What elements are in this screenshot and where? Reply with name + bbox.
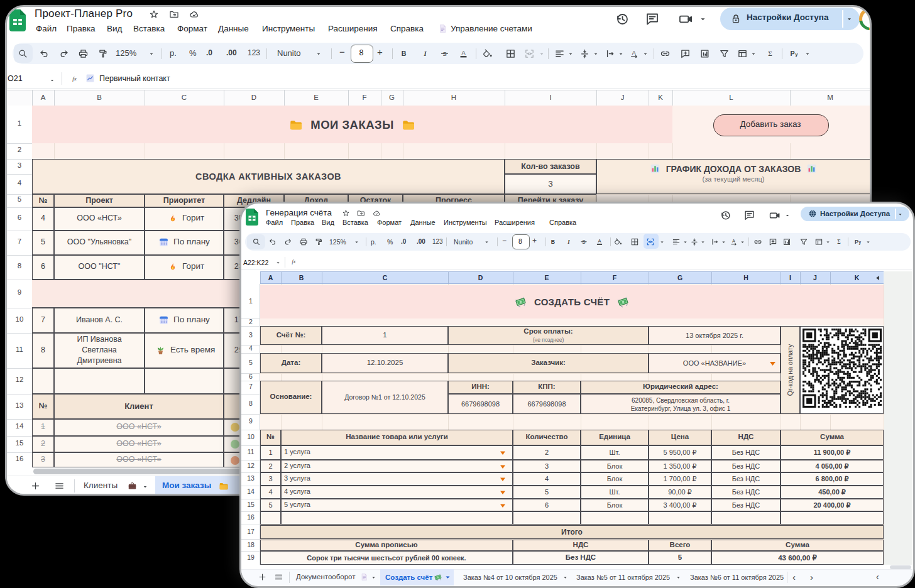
svg-text:S: S — [582, 239, 586, 245]
svg-text:P: P — [855, 239, 858, 245]
svg-text:I: I — [567, 239, 570, 245]
svg-text:Σ: Σ — [837, 239, 840, 245]
svg-text:I: I — [423, 50, 427, 57]
svg-text:B: B — [551, 239, 555, 245]
svg-text:A: A — [632, 50, 636, 56]
svg-text:fx: fx — [292, 259, 296, 264]
svg-text:A: A — [732, 238, 735, 244]
svg-text:Σ: Σ — [768, 50, 772, 57]
svg-text:B: B — [402, 50, 407, 57]
svg-text:у: у — [859, 240, 862, 245]
svg-text:A: A — [461, 50, 466, 56]
svg-text:у: у — [795, 52, 798, 57]
svg-text:P: P — [791, 50, 795, 57]
svg-text:A: A — [598, 238, 601, 244]
svg-text:fx: fx — [72, 75, 77, 82]
